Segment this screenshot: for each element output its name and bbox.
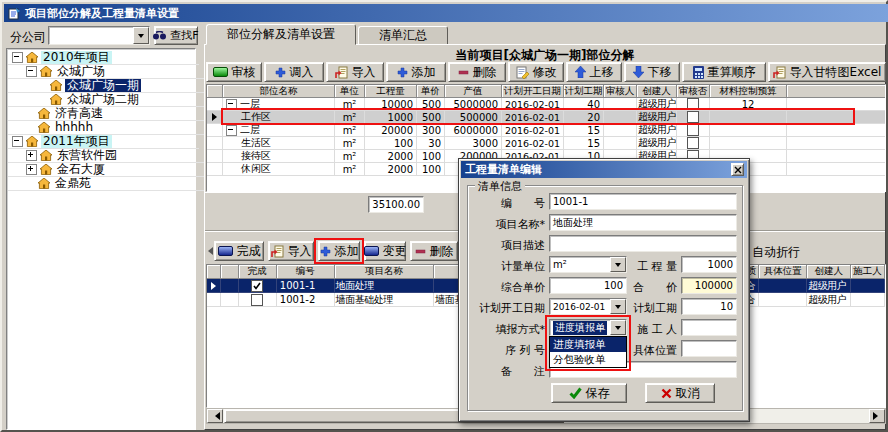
start-date: 2016-02-01 (502, 137, 564, 150)
item-desc-input[interactable] (549, 235, 737, 252)
chevron-down-icon[interactable] (610, 320, 626, 335)
scroll-left-button[interactable] (207, 409, 223, 423)
tree-item-plaza-phase2[interactable]: 众城广场二期 (8, 92, 237, 107)
parts-row-floor1[interactable]: 一层 m² 10000 500 5000000 2016-02-01 40 超级… (207, 98, 885, 111)
total-value: 35100.00 (368, 196, 424, 213)
collapse-icon[interactable] (12, 52, 23, 63)
dialog-title-bar[interactable]: 工程量清单编辑 (461, 161, 747, 178)
delete-button[interactable]: 删除 (448, 62, 506, 82)
delete-list-item-button[interactable]: 删除 (410, 241, 458, 261)
tree-item-software-park[interactable]: 东营软件园 (8, 148, 213, 163)
finish-button[interactable]: 完成 (214, 241, 264, 261)
col-creator[interactable]: 创建人 (637, 85, 677, 98)
col-worker[interactable]: 施工人 (851, 265, 885, 279)
import-list-button[interactable]: 导入 (268, 241, 314, 261)
col-location[interactable]: 具体位置 (759, 265, 807, 279)
duration-input[interactable]: 10 (681, 298, 737, 315)
house-icon (38, 122, 50, 133)
dropdown-option-progress-report[interactable]: 进度填报单 (550, 337, 626, 352)
col-unit[interactable]: 单位 (335, 85, 365, 98)
recalc-order-button[interactable]: 重算顺序 (682, 62, 766, 82)
save-button[interactable]: 保存 (551, 383, 627, 403)
audit-button[interactable]: 审核 (206, 62, 262, 82)
scroll-right-button[interactable] (869, 409, 885, 423)
tree-item-plaza[interactable]: 众城广场 (8, 64, 213, 79)
output: 5000000 (445, 98, 502, 111)
import-button[interactable]: 导入 (326, 62, 384, 82)
col-material-budget[interactable]: 材料控制预算 (710, 85, 787, 98)
splitter-collapse-button[interactable] (204, 242, 212, 260)
collapse-icon[interactable] (226, 99, 237, 110)
move-down-button[interactable]: 下移 (624, 62, 680, 82)
done-checkbox[interactable] (251, 294, 263, 306)
price-input[interactable]: 100 (549, 277, 627, 294)
expand-icon[interactable] (26, 164, 37, 175)
col-price[interactable]: 单价 (417, 85, 445, 98)
col-list-creator[interactable]: 创建人 (807, 265, 851, 279)
audited-checkbox[interactable] (687, 137, 699, 149)
audited-checkbox[interactable] (687, 124, 699, 136)
dropdown-option-subcontract-acceptance[interactable]: 分包验收单 (550, 352, 626, 367)
collapse-icon[interactable] (26, 66, 37, 77)
modify-button[interactable]: 修改 (508, 62, 564, 82)
tab-parts-setup[interactable]: 部位分解及清单设置 (206, 24, 356, 45)
tab-list-summary[interactable]: 清单汇总 (358, 26, 448, 45)
expand-icon[interactable] (26, 150, 37, 161)
audited-checkbox[interactable] (687, 98, 699, 110)
col-part-name[interactable]: 部位名称 (223, 85, 335, 98)
col-done[interactable]: 完成 (239, 265, 277, 279)
tree-item-highway[interactable]: 济青高速 (8, 106, 225, 121)
branch-combobox[interactable] (48, 26, 150, 45)
chevron-down-icon[interactable] (610, 299, 626, 314)
item-name-input[interactable]: 地面处理 (549, 214, 737, 231)
audited-checkbox[interactable] (687, 111, 699, 123)
creator: 超级用户 (637, 111, 677, 124)
done-checkbox-checked[interactable] (251, 280, 263, 292)
search-button[interactable]: 查找F (154, 26, 198, 45)
code-input[interactable]: 1001-1 (549, 193, 737, 210)
import-gantt-button[interactable]: 导入甘特图Excel (768, 62, 886, 82)
collapse-icon[interactable] (12, 136, 23, 147)
col-code[interactable]: 编号 (277, 265, 335, 279)
qty-input[interactable]: 1000 (681, 256, 737, 273)
location-input[interactable] (681, 340, 737, 357)
worker-input[interactable] (681, 319, 737, 336)
add-list-item-button[interactable]: 添加 (318, 241, 360, 261)
col-quantity[interactable]: 工程量 (365, 85, 417, 98)
call-in-button[interactable]: 调入 (264, 62, 324, 82)
amount-input[interactable]: 100000 (681, 277, 737, 294)
parts-row-workzone-selected[interactable]: 工作区 m² 1000 500 500000 2016-02-01 20 超级用… (207, 111, 885, 124)
tree-item-hhhhh[interactable]: hhhhh (8, 120, 225, 135)
start-date-combobox[interactable]: 2016-02-01 (549, 298, 627, 315)
item-code: 1001-2 (277, 293, 335, 307)
tree-item-2010[interactable]: 2010年项目 (8, 50, 199, 65)
cancel-button[interactable]: 取消 (645, 383, 715, 403)
move-up-button[interactable]: 上移 (566, 62, 622, 82)
report-method-combobox[interactable]: 进度填报单 (549, 319, 627, 336)
dialog-close-button[interactable] (731, 163, 744, 176)
output: 3000 (445, 137, 502, 150)
quantity-list-edit-dialog: 工程量清单编辑 清单信息 编 号 1001-1 项目名称* 地面处理 项目描述 … (458, 158, 750, 422)
part-name: 二层 (240, 124, 260, 137)
tree-item-jinding[interactable]: 金鼎苑 (8, 176, 225, 191)
add-button[interactable]: 添加 (386, 62, 446, 82)
unit-combobox[interactable]: m² (549, 256, 627, 273)
col-item-name[interactable]: 项目名称 (335, 265, 435, 279)
chevron-down-icon[interactable] (610, 257, 626, 272)
col-auditor[interactable]: 审核人 (604, 85, 637, 98)
col-output[interactable]: 产值 (445, 85, 502, 98)
parts-row-living[interactable]: 生活区 m² 100 30 3000 2016-02-01 15 超级用户 (207, 137, 885, 150)
parts-row-floor2[interactable]: 二层 m² 20000 300 6000000 2016-02-01 15 超级… (207, 124, 885, 137)
collapse-icon[interactable] (226, 125, 237, 136)
col-start-date[interactable]: 计划开工日期 (502, 85, 564, 98)
col-audited[interactable]: 审核否 (677, 85, 710, 98)
tree-item-2011[interactable]: 2011年项目 (8, 134, 199, 149)
import-icon (271, 245, 284, 258)
tree-item-plaza-phase1[interactable]: 众城广场一期 (8, 78, 237, 93)
tree-item-jinshi-tower[interactable]: 金石大厦 (8, 162, 213, 177)
chevron-down-icon[interactable] (133, 27, 149, 44)
autowrap-label[interactable]: 自动折行 (752, 244, 800, 261)
change-button[interactable]: 变更 (364, 241, 406, 261)
col-duration[interactable]: 计划工期 (564, 85, 604, 98)
duration-label: 计划工期 (625, 301, 677, 316)
